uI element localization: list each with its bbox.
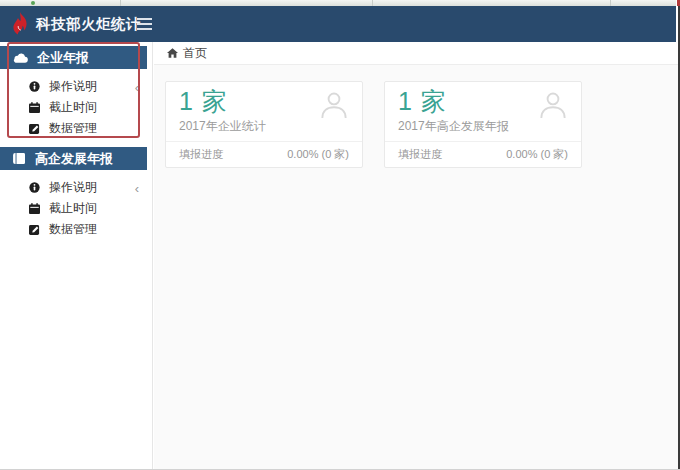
edit-icon: [29, 224, 41, 236]
torch-flame-icon: [10, 12, 30, 36]
app-title: 科技部火炬统计: [36, 6, 141, 42]
sidebar-item-operation-instructions[interactable]: 操作说明 ‹: [0, 177, 152, 198]
card-body: 1 家 2017年高企发展年报: [385, 82, 581, 141]
menu-item-label: 数据管理: [49, 120, 97, 137]
progress-value: 0.00% (0 家): [506, 147, 568, 162]
chevron-left-icon: ‹: [135, 80, 139, 93]
breadcrumb-home[interactable]: 首页: [183, 45, 207, 62]
progress-link[interactable]: 填报进度: [398, 147, 442, 162]
cloud-icon: [13, 52, 28, 63]
app-window: 科技部火炬统计 企业年报 操作说明 ‹ 截止时间 数据管理: [0, 0, 680, 470]
progress-link[interactable]: 填报进度: [179, 147, 223, 162]
calendar-icon: [29, 102, 41, 114]
sidebar-section-hightech-annual-report[interactable]: 高企发展年报: [0, 147, 147, 170]
sidebar-menu-enterprise: 操作说明 ‹ 截止时间 数据管理: [0, 69, 152, 147]
cards-row: 1 家 2017年企业统计 填报进度 0.00% (0 家) 1 家 2017年…: [154, 65, 678, 168]
sidebar-item-deadline[interactable]: 截止时间: [0, 198, 152, 219]
calendar-icon: [29, 203, 41, 215]
sidebar-item-data-management[interactable]: 数据管理: [0, 219, 152, 240]
progress-value: 0.00% (0 家): [287, 147, 349, 162]
menu-item-label: 截止时间: [49, 200, 97, 217]
sidebar-section-enterprise-annual-report[interactable]: 企业年报: [0, 46, 147, 69]
info-circle-icon: [29, 182, 41, 194]
menu-item-label: 数据管理: [49, 221, 97, 238]
person-icon: [319, 91, 349, 119]
sidebar-menu-hightech: 操作说明 ‹ 截止时间 数据管理: [0, 170, 152, 248]
breadcrumb: 首页: [154, 42, 678, 65]
section-label: 高企发展年报: [35, 150, 113, 168]
home-icon: [167, 48, 178, 58]
chevron-left-icon: ‹: [135, 181, 139, 194]
menu-item-label: 操作说明: [49, 179, 97, 196]
main-content: 首页 1 家 2017年企业统计 填报进度 0.00% (0 家) 1 家 20…: [154, 42, 678, 469]
hamburger-icon[interactable]: [137, 18, 153, 30]
sidebar-item-deadline[interactable]: 截止时间: [0, 97, 152, 118]
stat-subtitle: 2017年企业统计: [179, 118, 349, 135]
stat-subtitle: 2017年高企发展年报: [398, 118, 568, 135]
stat-card-enterprise: 1 家 2017年企业统计 填报进度 0.00% (0 家): [165, 81, 363, 168]
edit-icon: [29, 123, 41, 135]
card-footer: 填报进度 0.00% (0 家): [166, 141, 362, 167]
sidebar-item-data-management[interactable]: 数据管理: [0, 118, 152, 139]
card-footer: 填报进度 0.00% (0 家): [385, 141, 581, 167]
menu-item-label: 截止时间: [49, 99, 97, 116]
book-icon: [13, 153, 26, 164]
info-circle-icon: [29, 81, 41, 93]
sidebar: 企业年报 操作说明 ‹ 截止时间 数据管理 高企发展年报: [0, 42, 153, 470]
sidebar-item-operation-instructions[interactable]: 操作说明 ‹: [0, 76, 152, 97]
menu-item-label: 操作说明: [49, 78, 97, 95]
card-body: 1 家 2017年企业统计: [166, 82, 362, 141]
stat-card-hightech: 1 家 2017年高企发展年报 填报进度 0.00% (0 家): [384, 81, 582, 168]
top-navbar: 科技部火炬统计: [0, 6, 676, 42]
favicon-dot: [31, 1, 35, 5]
section-label: 企业年报: [37, 49, 89, 67]
person-icon: [538, 91, 568, 119]
